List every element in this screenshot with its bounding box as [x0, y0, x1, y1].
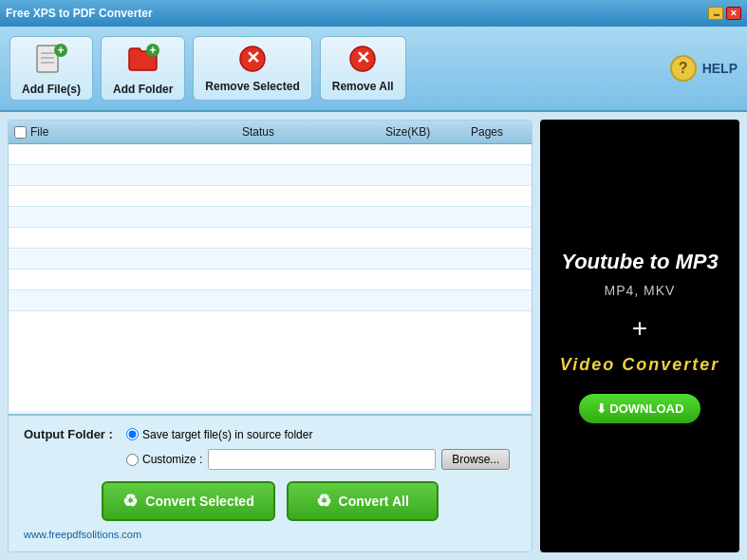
add-files-button[interactable]: + Add File(s): [9, 36, 93, 101]
table-row: [9, 290, 532, 311]
ad-subtitle: MP4, MKV: [560, 283, 719, 298]
remove-selected-label: Remove Selected: [205, 80, 299, 93]
table-row: [9, 186, 532, 207]
convert-buttons: ♻ Convert Selected ♻ Convert All: [24, 481, 516, 521]
ad-content: Youtube to MP3 MP4, MKV + Video Converte…: [551, 230, 729, 443]
ad-title: Youtube to MP3: [560, 249, 719, 276]
table-row: [9, 165, 532, 186]
convert-selected-button[interactable]: ♻ Convert Selected: [102, 481, 274, 521]
add-files-icon: +: [35, 42, 67, 79]
remove-selected-icon: ✕: [238, 45, 267, 76]
help-icon: ?: [670, 55, 697, 82]
remove-all-button[interactable]: ✕ Remove All: [320, 36, 406, 101]
main-content: File Status Size(KB) Pages: [0, 112, 747, 560]
table-row: [9, 228, 532, 249]
table-row: [9, 249, 532, 270]
table-row: [9, 207, 532, 228]
convert-all-button[interactable]: ♻ Convert All: [287, 481, 439, 521]
col-header-file: File: [9, 123, 236, 140]
save-source-label: Save target file(s) in source folder: [142, 428, 312, 441]
ad-product: Video Converter: [560, 355, 719, 375]
select-all-checkbox[interactable]: [14, 126, 27, 139]
ad-download-button[interactable]: ⬇ DOWNLOAD: [579, 394, 701, 423]
output-folder-label: Output Folder :: [24, 427, 119, 441]
customize-label: Customize :: [142, 453, 202, 466]
customize-row: Customize : Browse...: [126, 449, 516, 470]
website-link[interactable]: www.freepdfsolitions.com: [24, 529, 141, 540]
svg-text:+: +: [57, 44, 64, 57]
minimize-button[interactable]: 🗕: [708, 7, 723, 20]
table-row: [9, 144, 532, 165]
ad-panel: Youtube to MP3 MP4, MKV + Video Converte…: [540, 120, 739, 552]
convert-all-label: Convert All: [339, 494, 409, 509]
convert-selected-label: Convert Selected: [145, 494, 253, 509]
table-body: [9, 144, 532, 411]
add-folder-button[interactable]: + Add Folder: [101, 36, 185, 101]
col-header-pages: Pages: [465, 123, 532, 140]
toolbar: + Add File(s) + Add Folder ✕ Remove Sele…: [0, 27, 747, 112]
convert-all-icon: ♻: [316, 491, 331, 512]
remove-selected-button[interactable]: ✕ Remove Selected: [193, 36, 311, 101]
add-folder-icon: +: [127, 42, 159, 79]
output-section: Output Folder : Save target file(s) in s…: [9, 414, 532, 551]
ad-plus: +: [560, 313, 719, 344]
help-label: HELP: [702, 61, 738, 76]
title-bar: Free XPS to PDF Converter 🗕 ✕: [0, 0, 747, 27]
window-controls: 🗕 ✕: [708, 7, 741, 20]
add-folder-label: Add Folder: [113, 83, 173, 96]
footer-link[interactable]: www.freepdfsolitions.com: [24, 529, 516, 540]
table-row: [9, 270, 532, 290]
customize-path-input[interactable]: [208, 449, 436, 470]
svg-text:✕: ✕: [246, 48, 260, 67]
help-button[interactable]: ? HELP: [670, 55, 738, 82]
output-folder-row: Output Folder : Save target file(s) in s…: [24, 427, 516, 441]
svg-text:✕: ✕: [356, 48, 370, 67]
remove-all-icon: ✕: [348, 45, 377, 76]
col-header-size: Size(KB): [380, 123, 465, 140]
left-panel: File Status Size(KB) Pages: [8, 120, 532, 552]
add-files-label: Add File(s): [22, 83, 81, 96]
table-header: File Status Size(KB) Pages: [9, 121, 532, 144]
browse-button[interactable]: Browse...: [441, 449, 510, 470]
convert-selected-icon: ♻: [122, 491, 138, 512]
save-source-radio[interactable]: [126, 428, 139, 440]
svg-text:+: +: [149, 44, 156, 57]
remove-all-label: Remove All: [332, 80, 394, 93]
customize-radio[interactable]: [126, 454, 139, 466]
col-header-status: Status: [236, 123, 380, 140]
customize-option[interactable]: Customize :: [126, 453, 202, 466]
file-table: File Status Size(KB) Pages: [9, 121, 532, 414]
window-title: Free XPS to PDF Converter: [6, 7, 153, 20]
save-source-option[interactable]: Save target file(s) in source folder: [126, 428, 312, 441]
close-button[interactable]: ✕: [726, 7, 741, 20]
